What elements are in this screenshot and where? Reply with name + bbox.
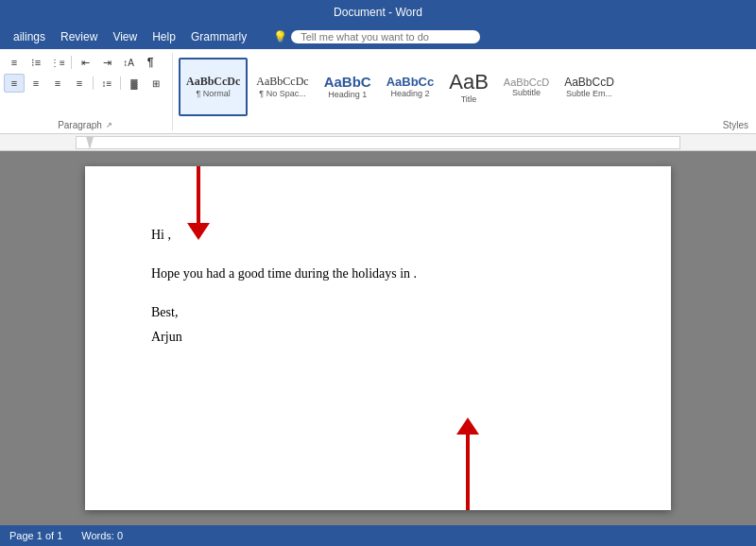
page-info: Page 1 of 1 [9, 530, 62, 541]
line-hi: Hi , [151, 223, 605, 247]
style-no-spacing-preview: AaBbCcDc [256, 75, 308, 89]
document-area: Hi , Hope you had a good time during the… [0, 151, 756, 525]
ribbon-menu: ailings Review View Help Grammarly 💡 [0, 25, 756, 49]
page[interactable]: Hi , Hope you had a good time during the… [85, 166, 671, 510]
paragraph-expand-icon[interactable]: ↗ [106, 121, 112, 129]
top-bar: Document - Word [0, 0, 756, 25]
style-normal-preview: AaBbCcDc [186, 75, 240, 89]
ribbon-toolbar: ≡ ⁝≡ ⋮≡ ⇤ ⇥ ↕A ¶ ≡ ≡ ≡ ≡ ↕≡ ▓ ⊞ [0, 49, 756, 134]
divider3 [120, 77, 121, 90]
borders-btn[interactable]: ⊞ [146, 74, 166, 93]
arrow-shaft-bottom [466, 435, 470, 510]
ruler-indent-marker [86, 137, 94, 150]
align-center-btn[interactable]: ≡ [26, 74, 46, 93]
style-title[interactable]: AaB Title [442, 58, 495, 116]
decrease-indent-btn[interactable]: ⇤ [75, 53, 95, 72]
arrow-head-up-icon [456, 418, 479, 435]
menu-grammarly[interactable]: Grammarly [183, 28, 254, 45]
line-arjun: Arjun [151, 325, 605, 349]
styles-section: AaBbCcDc ¶ Normal AaBbCcDc ¶ No Spac... … [173, 53, 752, 130]
paragraph-label: Paragraph ↗ [4, 120, 166, 130]
style-heading2-preview: AaBbCc [387, 75, 435, 89]
word-count: Words: 0 [81, 530, 123, 541]
paragraph-group: ≡ ⁝≡ ⋮≡ ⇤ ⇥ ↕A ¶ ≡ ≡ ≡ ≡ ↕≡ ▓ ⊞ [4, 53, 173, 130]
menu-help[interactable]: Help [145, 28, 183, 45]
lightbulb-icon: 💡 [273, 30, 287, 43]
style-heading2[interactable]: AaBbCc Heading 2 [380, 58, 441, 116]
multilevel-list-btn[interactable]: ⋮≡ [47, 53, 68, 72]
styles-section-bottom: Styles [179, 120, 752, 130]
divider2 [93, 77, 94, 90]
shading-btn[interactable]: ▓ [124, 74, 145, 93]
ruler-inner [76, 136, 680, 149]
arrow-up-indicator [456, 418, 479, 510]
menu-mailings[interactable]: ailings [6, 28, 53, 45]
line-best: Best, [151, 300, 605, 324]
increase-indent-btn[interactable]: ⇥ [96, 53, 117, 72]
style-title-preview: AaB [449, 70, 489, 94]
tell-me-container: 💡 [273, 30, 480, 43]
style-subtle-em[interactable]: AaBbCcD Subtle Em... [558, 58, 621, 116]
show-hide-btn[interactable]: ¶ [140, 53, 161, 72]
style-no-spacing-label: ¶ No Spac... [259, 89, 305, 98]
arrow-head-down-icon [187, 223, 210, 240]
style-heading1-label: Heading 1 [328, 90, 367, 99]
style-subtitle-preview: AaBbCcD [504, 77, 549, 88]
document-content: Hi , Hope you had a good time during the… [151, 223, 605, 349]
style-heading1[interactable]: AaBbC Heading 1 [318, 58, 378, 116]
align-right-btn[interactable]: ≡ [47, 74, 68, 93]
ruler [0, 134, 756, 151]
style-no-spacing[interactable]: AaBbCcDc ¶ No Spac... [249, 58, 315, 116]
numbering-btn[interactable]: ⁝≡ [26, 53, 46, 72]
style-subtitle-label: Subtitle [512, 88, 541, 97]
style-heading2-label: Heading 2 [390, 89, 429, 98]
status-bar: Page 1 of 1 Words: 0 [0, 525, 756, 546]
menu-review[interactable]: Review [53, 28, 105, 45]
style-normal[interactable]: AaBbCcDc ¶ Normal [179, 58, 248, 116]
style-heading1-preview: AaBbC [324, 74, 371, 90]
justify-btn[interactable]: ≡ [69, 74, 90, 93]
line-spacing-btn[interactable]: ↕≡ [96, 74, 117, 93]
style-subtle-em-preview: AaBbCcD [564, 76, 614, 89]
tell-me-input[interactable] [291, 30, 480, 43]
menu-view[interactable]: View [105, 28, 145, 45]
align-left-btn[interactable]: ≡ [4, 74, 25, 93]
document-title: Document - Word [334, 6, 422, 19]
line-hope: Hope you had a good time during the holi… [151, 262, 605, 285]
arrow-down-indicator [187, 166, 210, 240]
style-normal-label: ¶ Normal [196, 89, 230, 98]
sort-btn[interactable]: ↕A [118, 53, 139, 72]
bullets-btn[interactable]: ≡ [4, 53, 25, 72]
divider1 [71, 56, 72, 69]
style-title-label: Title [461, 94, 477, 104]
style-subtle-em-label: Subtle Em... [566, 89, 612, 98]
style-subtitle[interactable]: AaBbCcD Subtitle [497, 58, 556, 116]
arrow-shaft-top [197, 166, 200, 223]
